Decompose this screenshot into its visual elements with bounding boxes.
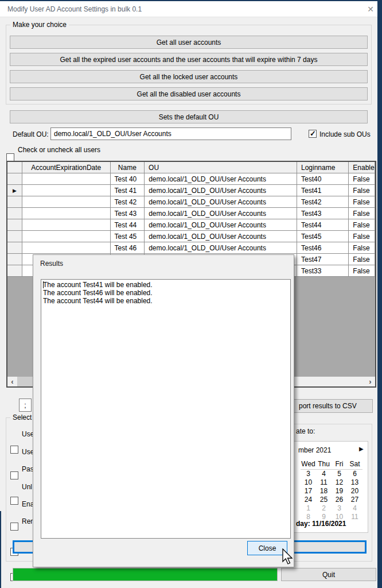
grid-header-cell[interactable]: Name xyxy=(111,162,145,173)
results-text-area[interactable]: The account Test41 will be enabled.The a… xyxy=(41,279,291,539)
set-default-ou-button[interactable]: Sets the default OU xyxy=(10,110,368,123)
row-header-cell[interactable] xyxy=(7,231,22,242)
choice-button[interactable]: Get all the locked user accounts xyxy=(10,70,368,83)
cell-enabled[interactable]: False xyxy=(349,208,375,219)
table-row[interactable]: Test 42demo.local/1_OLD_OU/User Accounts… xyxy=(7,196,375,208)
cell-loginname[interactable]: Test47 xyxy=(297,254,349,265)
check-all-users-checkbox[interactable] xyxy=(6,153,14,161)
cell-name[interactable]: Test 40 xyxy=(111,173,145,185)
option-checkbox[interactable] xyxy=(10,446,18,454)
cell-enabled[interactable]: False xyxy=(349,254,375,265)
cell-loginname[interactable]: Test41 xyxy=(297,185,349,196)
row-header-cell[interactable] xyxy=(7,242,22,254)
cell-loginname[interactable]: Test40 xyxy=(297,173,349,185)
cell-enabled[interactable]: False xyxy=(349,219,375,231)
cell-loginname[interactable]: Test46 xyxy=(297,242,349,254)
cell-account-expiration[interactable] xyxy=(22,208,111,219)
csv-delimiter-input[interactable]: ; xyxy=(19,399,32,412)
calendar-date[interactable]: 25 xyxy=(316,496,332,504)
calendar-date[interactable]: 24 xyxy=(301,496,316,504)
option-checkbox[interactable] xyxy=(10,471,18,479)
table-row[interactable]: ▶Test 41demo.local/1_OLD_OU/User Account… xyxy=(7,185,375,196)
calendar-date[interactable]: 11 xyxy=(347,513,362,521)
option-checkbox[interactable] xyxy=(10,523,18,531)
calendar-date[interactable]: 1 xyxy=(301,504,316,513)
calendar-date[interactable]: 17 xyxy=(301,487,316,496)
cell-account-expiration[interactable] xyxy=(22,173,111,185)
calendar-next-icon[interactable]: ▶ xyxy=(359,446,364,452)
cell-name[interactable]: Test 46 xyxy=(111,242,145,254)
calendar-date[interactable]: 3 xyxy=(301,470,316,478)
calendar-weeks[interactable]: 34561011121317181920242526271234891011 xyxy=(301,470,362,521)
row-header-cell[interactable] xyxy=(7,219,22,231)
calendar-date[interactable]: 20 xyxy=(347,487,362,496)
cell-loginname[interactable]: Test44 xyxy=(297,219,349,231)
calendar-date[interactable]: 2 xyxy=(316,504,332,513)
cell-name[interactable]: Test 42 xyxy=(111,196,145,208)
calendar-today-label[interactable]: day: 11/16/2021 xyxy=(296,520,346,528)
row-header-cell[interactable] xyxy=(7,196,22,208)
grid-header-cell[interactable]: AccountExpirationDate xyxy=(22,162,111,173)
cell-name[interactable]: Test 43 xyxy=(111,208,145,219)
table-row[interactable]: Test 44demo.local/1_OLD_OU/User Accounts… xyxy=(7,219,375,231)
cell-ou[interactable]: demo.local/1_OLD_OU/User Accounts xyxy=(145,173,297,185)
cell-loginname[interactable]: Test43 xyxy=(297,208,349,219)
row-header-cell[interactable] xyxy=(7,208,22,219)
grid-header-cell[interactable]: Loginname xyxy=(297,162,349,173)
option-checkbox[interactable] xyxy=(10,497,18,505)
cell-ou[interactable]: demo.local/1_OLD_OU/User Accounts xyxy=(145,219,297,231)
calendar-date[interactable]: 10 xyxy=(301,478,316,487)
scroll-left-icon[interactable]: ‹ xyxy=(7,377,17,386)
cell-enabled[interactable]: False xyxy=(349,173,375,185)
table-row[interactable]: Test 40demo.local/1_OLD_OU/User Accounts… xyxy=(7,173,375,185)
cell-loginname[interactable]: Test45 xyxy=(297,231,349,242)
cell-ou[interactable]: demo.local/1_OLD_OU/User Accounts xyxy=(145,196,297,208)
choice-button[interactable]: Get all the expired user accounts and th… xyxy=(10,53,368,66)
calendar-date[interactable]: 27 xyxy=(347,496,362,504)
row-header-cell[interactable] xyxy=(7,265,22,277)
cell-name[interactable]: Test 44 xyxy=(111,219,145,231)
cell-name[interactable]: Test 45 xyxy=(111,231,145,242)
quit-button[interactable]: Quit xyxy=(281,568,376,581)
table-row[interactable]: Test 45demo.local/1_OLD_OU/User Accounts… xyxy=(7,231,375,242)
calendar-date[interactable]: 4 xyxy=(316,470,332,478)
calendar-date[interactable]: 5 xyxy=(332,470,347,478)
cell-enabled[interactable]: False xyxy=(349,242,375,254)
table-row[interactable]: Test 46demo.local/1_OLD_OU/User Accounts… xyxy=(7,242,375,254)
cell-account-expiration[interactable] xyxy=(22,219,111,231)
cell-enabled[interactable]: False xyxy=(349,196,375,208)
calendar-date[interactable]: 26 xyxy=(332,496,347,504)
cell-ou[interactable]: demo.local/1_OLD_OU/User Accounts xyxy=(145,242,297,254)
choice-button[interactable]: Get all user accounts xyxy=(10,36,368,49)
cell-enabled[interactable]: False xyxy=(349,265,375,277)
calendar-date[interactable]: 4 xyxy=(347,504,362,513)
cell-account-expiration[interactable] xyxy=(22,196,111,208)
cell-enabled[interactable]: False xyxy=(349,185,375,196)
grid-header-cell[interactable]: Enabled xyxy=(349,162,375,173)
choice-button[interactable]: Get all the disabled user accounts xyxy=(10,87,368,100)
close-icon[interactable]: ✕ xyxy=(365,3,376,15)
table-row[interactable]: Test 43demo.local/1_OLD_OU/User Accounts… xyxy=(7,208,375,219)
scroll-right-icon[interactable]: › xyxy=(365,377,375,386)
cell-enabled[interactable]: False xyxy=(349,231,375,242)
cell-ou[interactable]: demo.local/1_OLD_OU/User Accounts xyxy=(145,185,297,196)
row-header-cell[interactable] xyxy=(7,254,22,265)
calendar-date[interactable]: 12 xyxy=(332,478,347,487)
cell-loginname[interactable]: Test33 xyxy=(297,265,349,277)
calendar-date[interactable]: 11 xyxy=(316,478,332,487)
row-header-cell[interactable] xyxy=(7,173,22,185)
cell-account-expiration[interactable] xyxy=(22,185,111,196)
default-ou-input[interactable]: demo.local/1_OLD_OU/User Accounts xyxy=(50,127,291,140)
cell-account-expiration[interactable] xyxy=(22,231,111,242)
grid-header-cell[interactable] xyxy=(7,162,22,173)
calendar-date[interactable]: 13 xyxy=(347,478,362,487)
include-sub-ous-checkbox[interactable]: ✓ xyxy=(309,130,317,138)
cell-name[interactable]: Test 41 xyxy=(111,185,145,196)
close-button[interactable]: Close xyxy=(247,541,287,555)
cell-account-expiration[interactable] xyxy=(22,242,111,254)
row-header-cell[interactable]: ▶ xyxy=(7,185,22,196)
calendar-date[interactable]: 6 xyxy=(347,470,362,478)
grid-header-cell[interactable]: OU xyxy=(145,162,297,173)
cell-ou[interactable]: demo.local/1_OLD_OU/User Accounts xyxy=(145,208,297,219)
calendar-date[interactable]: 18 xyxy=(316,487,332,496)
